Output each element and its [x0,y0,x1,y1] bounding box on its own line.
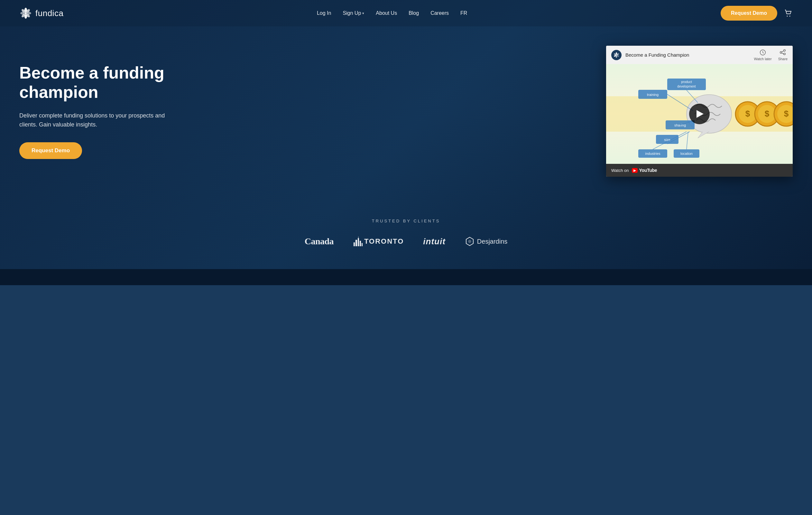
svg-point-58 [468,240,471,243]
hero-text: Become a funding champion Deliver comple… [19,63,186,159]
request-demo-hero-button[interactable]: Request Demo [19,142,82,159]
desjardins-text: Desjardins [477,238,508,245]
svg-point-8 [25,12,27,14]
svg-text:$: $ [765,109,770,118]
svg-rect-55 [361,243,362,246]
video-actions: Watch later Share [754,49,787,61]
canada-logo: Canada [304,236,334,247]
svg-text:$: $ [746,109,750,118]
video-channel-logo [613,52,619,58]
video-embed: Become a Funding Champion Watch later [606,46,793,177]
svg-rect-56 [358,237,359,239]
svg-point-17 [616,54,617,55]
svg-text:product: product [681,80,692,84]
svg-text:$: $ [784,109,789,118]
navigation: fundica Log In Sign Up ▾ About Us Blog C… [0,0,812,26]
nav-right: Request Demo [721,6,793,21]
intuit-logo: intuit [423,237,445,247]
desjardins-logo: Desjardins [465,237,508,246]
video-title: Become a Funding Champion [626,52,689,58]
svg-rect-51 [353,242,355,246]
svg-text:location: location [680,152,693,156]
footer-bar [0,269,812,285]
watch-on-text: Watch on [611,168,629,173]
chevron-down-icon: ▾ [362,11,364,16]
nav-links: Log In Sign Up ▾ About Us Blog Careers F… [317,10,467,16]
fundica-logo-icon [19,7,32,20]
svg-point-14 [616,55,617,58]
nav-fr[interactable]: FR [460,10,467,16]
svg-text:industries: industries [645,152,661,156]
hero-title: Become a funding champion [19,63,186,102]
video-bottom-bar: Watch on ▶ YouTube [606,164,793,177]
share-icon [779,49,786,56]
nav-careers[interactable]: Careers [431,10,449,16]
nav-signup[interactable]: Sign Up ▾ [343,10,364,16]
video-thumbnail: training product development sharing siz… [606,64,793,164]
nav-blog[interactable]: Blog [409,10,419,16]
video-channel-icon [611,50,621,60]
share-button[interactable]: Share [778,49,787,61]
svg-point-10 [789,16,790,17]
svg-line-40 [687,132,688,150]
svg-text:development: development [677,85,696,88]
trusted-section: TRUSTED BY CLIENTS Canada [0,202,812,269]
svg-rect-52 [355,240,357,246]
video-title-row: Become a Funding Champion [611,50,689,60]
svg-point-11 [616,52,617,54]
youtube-play-icon: ▶ [632,168,638,173]
svg-line-19 [782,53,784,54]
svg-text:training: training [647,93,659,97]
logo-text: fundica [35,8,63,18]
youtube-logo[interactable]: ▶ YouTube [632,168,657,173]
trusted-label: TRUSTED BY CLIENTS [19,219,793,223]
toronto-logo: Toronto [353,237,404,246]
cart-icon[interactable] [784,9,793,18]
nav-login[interactable]: Log In [317,10,331,16]
toronto-buildings-icon [353,237,362,246]
watch-later-button[interactable]: Watch later [754,49,772,61]
client-logos-row: Canada Toronto [19,236,793,247]
hero-subtitle: Deliver complete funding solutions to yo… [19,111,174,130]
video-play-button[interactable] [689,104,710,124]
svg-text:size: size [664,138,670,142]
svg-rect-54 [360,241,361,246]
video-top-bar: Become a Funding Champion Watch later [606,46,793,64]
nav-about[interactable]: About Us [376,10,397,16]
toronto-skyline-icon [353,237,362,246]
youtube-text: YouTube [639,168,657,173]
svg-line-20 [782,51,784,52]
svg-point-9 [787,16,787,17]
hero-content: Become a funding champion Deliver comple… [0,26,812,202]
svg-rect-53 [358,238,359,246]
watch-later-icon [759,49,766,56]
desjardins-hex-icon [465,237,474,246]
request-demo-nav-button[interactable]: Request Demo [721,6,777,21]
logo-link[interactable]: fundica [19,7,63,20]
